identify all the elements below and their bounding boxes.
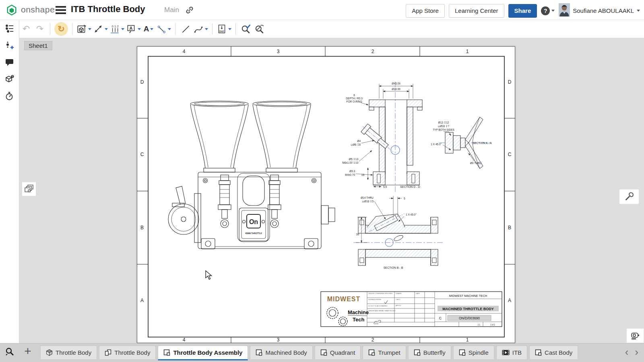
comments-button[interactable] (0, 54, 19, 71)
search-tabs-button[interactable] (5, 347, 15, 359)
tab-throttle-body-partstudio[interactable]: Throttle Body (40, 346, 97, 359)
chevron-down-icon (121, 28, 124, 30)
dim-note: Ø5 ↧13 (349, 158, 359, 160)
zone-label: B (508, 225, 511, 230)
dim-note: M4x0.70 (345, 173, 355, 176)
sheets-panel-toggle[interactable] (22, 182, 36, 196)
tb-row-label: APPV'D (396, 305, 401, 306)
add-tab-button[interactable]: + (21, 344, 35, 358)
dimension-button[interactable] (93, 22, 108, 36)
zone-label: 3 (277, 337, 280, 343)
dim-text: 5 (404, 197, 405, 200)
dim-note: Ø14 THRU (361, 196, 374, 199)
onshape-logo-icon[interactable] (6, 4, 18, 18)
dim-text: 16 (361, 173, 365, 176)
dim-text: Ø43.09 (392, 82, 400, 85)
dim-text: 1 X 45.0° (406, 213, 417, 216)
part-title[interactable]: MACHINED THROTTLE BODY (442, 307, 494, 311)
zone-label: 1 (466, 49, 469, 54)
export-dxf-icon: DXF (217, 24, 227, 34)
check-dimensions-icon (241, 24, 251, 34)
chevron-down-icon (88, 28, 91, 30)
tab-label: Spindle (469, 349, 489, 356)
update-views-button[interactable]: ↻ (54, 22, 68, 36)
drawing-icon (535, 349, 542, 356)
line-button[interactable] (180, 22, 192, 36)
history-icon (5, 91, 14, 101)
mouse-cursor (205, 270, 214, 281)
dim-text: 39 (356, 233, 359, 236)
drawing-tools-toggle[interactable] (619, 189, 639, 204)
sheet-list-button[interactable] (0, 20, 19, 37)
chevron-down-icon (105, 28, 108, 30)
drawing-canvas[interactable]: Sheet1 (19, 38, 644, 343)
chevron-down-icon (228, 28, 231, 30)
view-label: SECTION D - D (400, 185, 420, 188)
help-menu[interactable]: ? (541, 6, 555, 15)
inspect-dimensions-button[interactable] (254, 22, 266, 36)
tabs-scroll-left-button[interactable]: ‹ (625, 345, 629, 359)
tabs-scroll-right-button[interactable]: › (635, 345, 638, 359)
tab-label: Cast Body (545, 349, 572, 356)
tab-spindle[interactable]: Spindle (453, 346, 494, 359)
chevron-down-icon (637, 10, 640, 12)
spline-icon (193, 24, 204, 34)
tab-quadrant[interactable]: Quadrant (315, 346, 361, 359)
help-icon: ? (541, 6, 550, 15)
dim-note: M6x1.00 ↧10 (343, 161, 359, 164)
centerline-icon (156, 24, 167, 34)
learning-center-button[interactable]: Learning Center (449, 4, 504, 18)
sheet-tab[interactable]: Sheet1 (24, 41, 52, 50)
text-button[interactable]: A (142, 22, 155, 36)
drawing-toolbar: ↶ ↷ ↻ 012 A A (19, 20, 644, 38)
tab-cast-body[interactable]: Cast Body (529, 346, 578, 359)
search-icon (5, 347, 15, 357)
tab-butterfly[interactable]: Butterfly (408, 346, 451, 359)
text-icon: A (144, 25, 149, 33)
top-bar: onshape ITB Throttle Body Main App Store… (0, 0, 644, 20)
insert-view-icon (76, 24, 87, 34)
avatar (559, 3, 570, 18)
redo-button[interactable]: ↷ (34, 22, 46, 36)
tb-note: DEBURR AND BREAK SHARP EDGES (368, 310, 396, 312)
tab-label: Trumpet (378, 349, 400, 356)
title-block[interactable]: MIDWEST Machine Tech UNLESS OTHERWISE SP… (321, 292, 502, 327)
dim-text: Ø29.99 (392, 88, 400, 90)
zone-label: 1 (466, 337, 469, 343)
svg-text:?: ? (12, 75, 13, 78)
spline-button[interactable] (193, 22, 208, 36)
tab-label: Throttle Body (114, 349, 150, 356)
logo-wordmark: MIDWEST (327, 296, 361, 302)
share-link-icon[interactable] (185, 6, 194, 16)
parts-list-button[interactable]: ? (0, 71, 19, 88)
zone-label: 2 (372, 49, 374, 54)
user-menu[interactable]: Soufiane ABOULAAKL (559, 3, 640, 18)
tab-throttle-body-assembly[interactable]: Throttle Body (99, 346, 156, 359)
workspace-name[interactable]: Main (164, 6, 179, 14)
show-checked-dimensions-button[interactable] (240, 22, 252, 36)
insert-view-button[interactable] (76, 22, 91, 36)
drawing-sheet[interactable]: 4 3 2 1 4 3 2 1 D C B A D C B A (137, 46, 515, 343)
insert-version-button[interactable] (0, 37, 19, 54)
drawing-icon (256, 349, 262, 356)
export-dxf-button[interactable]: DXF (217, 22, 231, 36)
element-tabs: Throttle Body Throttle Body Throttle Bod… (40, 346, 607, 362)
dim-text: 5.5 (383, 185, 387, 188)
tab-machined-body[interactable]: Machined Body (250, 346, 312, 359)
history-button[interactable] (0, 88, 19, 105)
tab-itb-video[interactable]: ITB (496, 346, 527, 359)
tab-trumpet[interactable]: Trumpet (363, 346, 406, 359)
zone-label: 4 (183, 49, 186, 54)
undo-button[interactable]: ↶ (20, 22, 32, 36)
ordinate-dimension-button[interactable]: 012 (109, 22, 124, 36)
share-button[interactable]: Share (508, 4, 537, 18)
measure-toggle[interactable] (626, 328, 644, 343)
app-store-button[interactable]: App Store (406, 4, 445, 18)
zone-label: 3 (277, 49, 280, 54)
centerline-button[interactable] (156, 22, 171, 36)
drawing-number[interactable]: ON/D/003690 (459, 316, 480, 320)
main-menu-icon[interactable] (56, 6, 66, 14)
tab-throttle-body-assembly-drawing[interactable]: Throttle Body Assembly (158, 346, 248, 360)
note-button[interactable]: A (126, 22, 141, 36)
tape-measure-icon (630, 331, 640, 341)
